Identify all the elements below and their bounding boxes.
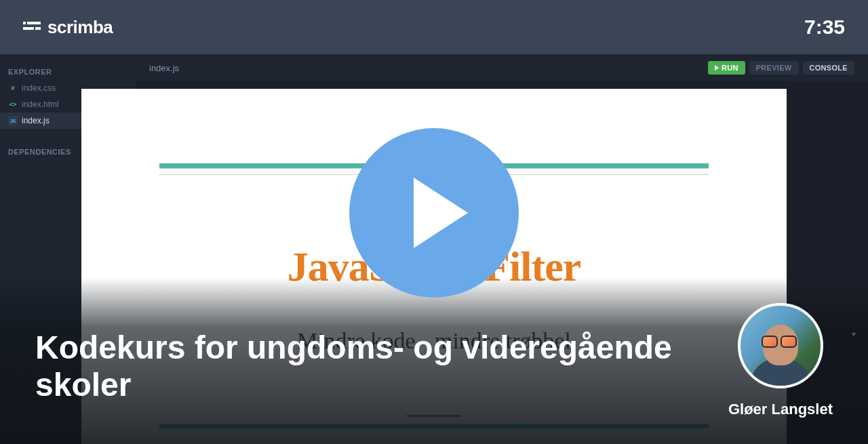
chevron-down-icon[interactable]: ▾ [852, 329, 856, 339]
timer-display: 7:35 [804, 16, 845, 39]
svg-rect-1 [27, 22, 41, 24]
file-name: index.css [22, 83, 56, 93]
toolbar: RUN PREVIEW CONSOLE [708, 61, 854, 75]
active-tab-label[interactable]: index.js [149, 63, 179, 73]
video-title: Kodekurs for ungdoms- og videregående sk… [35, 329, 679, 403]
tab-bar: index.js RUN PREVIEW CONSOLE [136, 54, 868, 81]
run-button[interactable]: RUN [708, 61, 745, 75]
css-icon: # [8, 83, 18, 93]
brand-name: scrimba [47, 17, 113, 38]
author-name: Gløer Langslet [728, 401, 833, 418]
play-icon [715, 65, 719, 70]
svg-rect-0 [23, 22, 26, 24]
preview-label: PREVIEW [756, 64, 792, 72]
logo-icon [23, 20, 41, 34]
file-name: index.js [22, 116, 50, 125]
html-icon: <> [8, 100, 18, 109]
play-button[interactable] [349, 128, 519, 298]
run-label: RUN [722, 64, 738, 72]
play-icon [414, 178, 468, 248]
svg-rect-3 [35, 27, 41, 30]
js-icon: JS [8, 116, 18, 125]
author-block: Gløer Langslet [728, 303, 833, 418]
avatar[interactable] [738, 303, 823, 388]
console-label: CONSOLE [810, 64, 848, 72]
app-header: scrimba 7:35 [0, 0, 868, 54]
file-name: index.html [22, 100, 59, 109]
brand-logo[interactable]: scrimba [23, 17, 113, 38]
preview-button[interactable]: PREVIEW [749, 61, 799, 75]
svg-rect-2 [23, 27, 34, 30]
explorer-heading: EXPLORER [0, 64, 136, 80]
console-button[interactable]: CONSOLE [803, 61, 855, 75]
